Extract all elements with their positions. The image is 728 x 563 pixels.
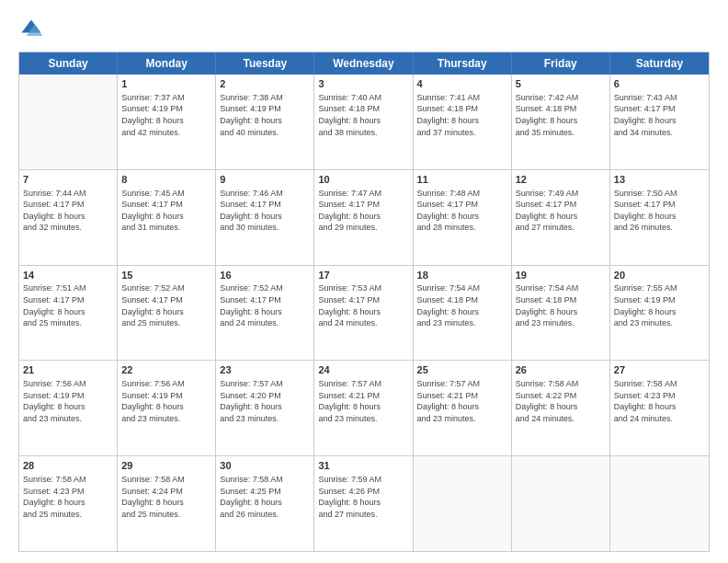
calendar-cell-empty	[19, 75, 118, 169]
cell-info: Sunrise: 7:50 AM Sunset: 4:17 PM Dayligh…	[614, 188, 705, 234]
cell-info: Sunrise: 7:40 AM Sunset: 4:18 PM Dayligh…	[318, 92, 408, 138]
calendar-row: 1Sunrise: 7:37 AM Sunset: 4:19 PM Daylig…	[19, 75, 709, 169]
day-number: 26	[516, 363, 606, 377]
header-day-monday: Monday	[118, 52, 216, 75]
calendar-cell-8: 8Sunrise: 7:45 AM Sunset: 4:17 PM Daylig…	[118, 170, 216, 265]
calendar-cell-15: 15Sunrise: 7:52 AM Sunset: 4:17 PM Dayli…	[118, 266, 216, 361]
calendar-cell-19: 19Sunrise: 7:54 AM Sunset: 4:18 PM Dayli…	[512, 266, 610, 361]
calendar-cell-30: 30Sunrise: 7:58 AM Sunset: 4:25 PM Dayli…	[216, 456, 314, 551]
calendar-row: 21Sunrise: 7:56 AM Sunset: 4:19 PM Dayli…	[19, 360, 709, 455]
cell-info: Sunrise: 7:58 AM Sunset: 4:24 PM Dayligh…	[121, 474, 211, 520]
header-day-friday: Friday	[512, 52, 610, 75]
calendar-cell-empty	[414, 456, 512, 551]
cell-info: Sunrise: 7:45 AM Sunset: 4:17 PM Dayligh…	[121, 188, 211, 234]
day-number: 6	[614, 77, 705, 91]
header-day-wednesday: Wednesday	[314, 52, 413, 75]
day-number: 9	[220, 173, 310, 187]
day-number: 15	[121, 269, 211, 282]
calendar-cell-26: 26Sunrise: 7:58 AM Sunset: 4:22 PM Dayli…	[512, 361, 610, 455]
calendar-cell-13: 13Sunrise: 7:50 AM Sunset: 4:17 PM Dayli…	[610, 170, 709, 265]
cell-info: Sunrise: 7:52 AM Sunset: 4:17 PM Dayligh…	[121, 282, 211, 328]
calendar-cell-empty	[610, 456, 709, 551]
cell-info: Sunrise: 7:58 AM Sunset: 4:25 PM Dayligh…	[220, 474, 310, 520]
calendar-cell-empty	[512, 456, 610, 551]
day-number: 14	[23, 269, 113, 282]
cell-info: Sunrise: 7:57 AM Sunset: 4:20 PM Dayligh…	[220, 378, 310, 424]
day-number: 29	[121, 459, 211, 473]
calendar-cell-11: 11Sunrise: 7:48 AM Sunset: 4:17 PM Dayli…	[414, 170, 512, 265]
cell-info: Sunrise: 7:58 AM Sunset: 4:23 PM Dayligh…	[23, 474, 113, 520]
day-number: 19	[516, 269, 606, 282]
cell-info: Sunrise: 7:38 AM Sunset: 4:19 PM Dayligh…	[220, 92, 310, 138]
day-number: 12	[516, 173, 606, 187]
calendar-cell-27: 27Sunrise: 7:58 AM Sunset: 4:23 PM Dayli…	[610, 361, 709, 455]
day-number: 28	[23, 459, 113, 473]
day-number: 22	[121, 363, 211, 377]
day-number: 31	[318, 459, 408, 473]
logo-icon	[18, 17, 44, 42]
calendar-cell-5: 5Sunrise: 7:42 AM Sunset: 4:18 PM Daylig…	[512, 75, 610, 169]
day-number: 21	[23, 363, 113, 377]
cell-info: Sunrise: 7:51 AM Sunset: 4:17 PM Dayligh…	[23, 282, 113, 328]
cell-info: Sunrise: 7:43 AM Sunset: 4:17 PM Dayligh…	[614, 92, 705, 138]
header-day-thursday: Thursday	[414, 52, 512, 75]
day-number: 2	[220, 77, 310, 91]
calendar-cell-20: 20Sunrise: 7:55 AM Sunset: 4:19 PM Dayli…	[610, 266, 709, 361]
calendar-cell-2: 2Sunrise: 7:38 AM Sunset: 4:19 PM Daylig…	[216, 75, 314, 169]
cell-info: Sunrise: 7:58 AM Sunset: 4:23 PM Dayligh…	[614, 378, 705, 424]
cell-info: Sunrise: 7:44 AM Sunset: 4:17 PM Dayligh…	[23, 188, 113, 234]
day-number: 25	[417, 363, 507, 377]
cell-info: Sunrise: 7:42 AM Sunset: 4:18 PM Dayligh…	[516, 92, 606, 138]
day-number: 18	[417, 269, 507, 282]
cell-info: Sunrise: 7:58 AM Sunset: 4:22 PM Dayligh…	[516, 378, 606, 424]
calendar-cell-6: 6Sunrise: 7:43 AM Sunset: 4:17 PM Daylig…	[610, 75, 709, 169]
cell-info: Sunrise: 7:52 AM Sunset: 4:17 PM Dayligh…	[220, 282, 310, 328]
day-number: 1	[121, 77, 211, 91]
cell-info: Sunrise: 7:57 AM Sunset: 4:21 PM Dayligh…	[318, 378, 408, 424]
calendar-cell-24: 24Sunrise: 7:57 AM Sunset: 4:21 PM Dayli…	[314, 361, 413, 455]
calendar-row: 7Sunrise: 7:44 AM Sunset: 4:17 PM Daylig…	[19, 169, 709, 265]
calendar-cell-4: 4Sunrise: 7:41 AM Sunset: 4:18 PM Daylig…	[414, 75, 512, 169]
day-number: 8	[121, 173, 211, 187]
calendar-cell-25: 25Sunrise: 7:57 AM Sunset: 4:21 PM Dayli…	[414, 361, 512, 455]
cell-info: Sunrise: 7:46 AM Sunset: 4:17 PM Dayligh…	[220, 188, 310, 234]
day-number: 24	[318, 363, 408, 377]
cell-info: Sunrise: 7:49 AM Sunset: 4:17 PM Dayligh…	[516, 188, 606, 234]
logo	[18, 17, 48, 42]
header-day-tuesday: Tuesday	[216, 52, 314, 75]
cell-info: Sunrise: 7:56 AM Sunset: 4:19 PM Dayligh…	[121, 378, 211, 424]
header	[18, 17, 710, 42]
calendar-cell-23: 23Sunrise: 7:57 AM Sunset: 4:20 PM Dayli…	[216, 361, 314, 455]
calendar-cell-17: 17Sunrise: 7:53 AM Sunset: 4:17 PM Dayli…	[314, 266, 413, 361]
calendar-cell-10: 10Sunrise: 7:47 AM Sunset: 4:17 PM Dayli…	[314, 170, 413, 265]
calendar-header: SundayMondayTuesdayWednesdayThursdayFrid…	[19, 52, 709, 75]
calendar-row: 28Sunrise: 7:58 AM Sunset: 4:23 PM Dayli…	[19, 455, 709, 551]
day-number: 11	[417, 173, 507, 187]
calendar-cell-18: 18Sunrise: 7:54 AM Sunset: 4:18 PM Dayli…	[414, 266, 512, 361]
calendar-cell-14: 14Sunrise: 7:51 AM Sunset: 4:17 PM Dayli…	[19, 266, 118, 361]
calendar-cell-1: 1Sunrise: 7:37 AM Sunset: 4:19 PM Daylig…	[118, 75, 216, 169]
header-day-sunday: Sunday	[19, 52, 118, 75]
calendar-cell-28: 28Sunrise: 7:58 AM Sunset: 4:23 PM Dayli…	[19, 456, 118, 551]
day-number: 5	[516, 77, 606, 91]
calendar-cell-9: 9Sunrise: 7:46 AM Sunset: 4:17 PM Daylig…	[216, 170, 314, 265]
cell-info: Sunrise: 7:37 AM Sunset: 4:19 PM Dayligh…	[121, 92, 211, 138]
cell-info: Sunrise: 7:41 AM Sunset: 4:18 PM Dayligh…	[417, 92, 507, 138]
cell-info: Sunrise: 7:47 AM Sunset: 4:17 PM Dayligh…	[318, 188, 408, 234]
header-day-saturday: Saturday	[610, 52, 709, 75]
cell-info: Sunrise: 7:48 AM Sunset: 4:17 PM Dayligh…	[417, 188, 507, 234]
day-number: 10	[318, 173, 408, 187]
cell-info: Sunrise: 7:56 AM Sunset: 4:19 PM Dayligh…	[23, 378, 113, 424]
calendar-cell-29: 29Sunrise: 7:58 AM Sunset: 4:24 PM Dayli…	[118, 456, 216, 551]
calendar-cell-3: 3Sunrise: 7:40 AM Sunset: 4:18 PM Daylig…	[314, 75, 413, 169]
calendar-cell-16: 16Sunrise: 7:52 AM Sunset: 4:17 PM Dayli…	[216, 266, 314, 361]
day-number: 16	[220, 269, 310, 282]
day-number: 23	[220, 363, 310, 377]
cell-info: Sunrise: 7:53 AM Sunset: 4:17 PM Dayligh…	[318, 282, 408, 328]
day-number: 3	[318, 77, 408, 91]
cell-info: Sunrise: 7:57 AM Sunset: 4:21 PM Dayligh…	[417, 378, 507, 424]
page: SundayMondayTuesdayWednesdayThursdayFrid…	[0, 0, 728, 563]
calendar-cell-7: 7Sunrise: 7:44 AM Sunset: 4:17 PM Daylig…	[19, 170, 118, 265]
day-number: 13	[614, 173, 705, 187]
calendar: SundayMondayTuesdayWednesdayThursdayFrid…	[18, 52, 710, 552]
